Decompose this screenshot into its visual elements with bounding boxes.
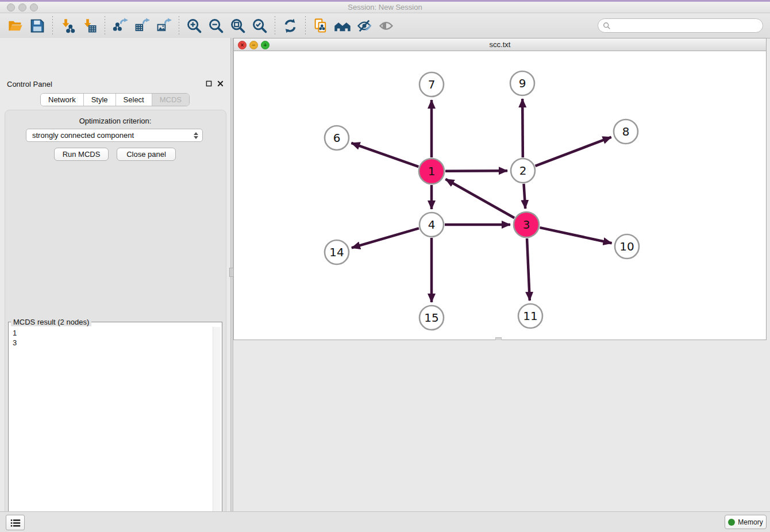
edge-4-14[interactable] bbox=[352, 228, 419, 248]
memory-label: Memory bbox=[738, 518, 763, 526]
export-network-icon[interactable] bbox=[110, 16, 130, 36]
zoom-out-icon[interactable] bbox=[206, 16, 226, 36]
mcds-result-groupbox: MCDS result (2 nodes) 13 bbox=[8, 322, 222, 532]
home-icon[interactable] bbox=[333, 16, 352, 36]
graph-node-3[interactable]: 3 bbox=[514, 212, 539, 237]
graph-node-2[interactable]: 2 bbox=[511, 159, 535, 183]
memory-status-icon bbox=[728, 519, 735, 526]
show-details-icon[interactable] bbox=[376, 16, 396, 36]
edge-1-6[interactable] bbox=[351, 143, 418, 167]
toolbar-separator bbox=[105, 16, 105, 36]
run-mcds-button[interactable]: Run MCDS bbox=[54, 148, 109, 161]
optimization-criterion-label: Optimization criterion: bbox=[0, 117, 230, 125]
tab-mcds[interactable]: MCDS bbox=[152, 94, 189, 106]
dropdown-stepper-icon bbox=[194, 132, 198, 139]
zoom-selected-icon[interactable] bbox=[250, 16, 270, 36]
network-window-title: scc.txt bbox=[234, 38, 766, 51]
control-panel-window-buttons bbox=[206, 80, 224, 87]
node-label: 15 bbox=[424, 311, 438, 325]
memory-button[interactable]: Memory bbox=[725, 515, 767, 529]
title-bar: Session: New Session bbox=[0, 2, 770, 13]
mcds-result-list[interactable]: 13 bbox=[10, 327, 213, 532]
node-label: 8 bbox=[622, 125, 630, 138]
open-file-icon[interactable] bbox=[6, 16, 25, 36]
window-close-button[interactable] bbox=[7, 3, 15, 11]
mcds-result-line: 3 bbox=[13, 338, 210, 348]
node-label: 11 bbox=[523, 309, 537, 323]
network-canvas[interactable]: 7968124314101511 bbox=[234, 51, 766, 340]
tab-network[interactable]: Network bbox=[41, 94, 84, 106]
node-label: 3 bbox=[523, 218, 530, 232]
status-bar bbox=[0, 511, 770, 532]
toolbar-separator bbox=[275, 16, 275, 36]
save-session-icon[interactable] bbox=[28, 16, 47, 36]
node-label: 2 bbox=[519, 164, 527, 178]
control-panel-tabs: NetworkStyleSelectMCDS bbox=[40, 93, 190, 106]
import-network-icon[interactable] bbox=[58, 16, 78, 36]
graph-node-10[interactable]: 10 bbox=[615, 234, 639, 259]
zoom-fit-icon[interactable] bbox=[228, 16, 248, 36]
close-panel-button[interactable]: Close panel bbox=[117, 148, 176, 161]
edge-3-11[interactable] bbox=[527, 238, 530, 300]
window-title: Session: New Session bbox=[0, 2, 770, 13]
mcds-result-title: MCDS result (2 nodes) bbox=[11, 318, 91, 326]
refresh-icon[interactable] bbox=[280, 16, 300, 36]
task-history-button[interactable] bbox=[6, 515, 25, 530]
node-label: 4 bbox=[428, 218, 436, 232]
float-panel-icon[interactable] bbox=[206, 80, 212, 87]
table-panel: Table Panel f(x) shared nameMCDS rolesuc… bbox=[233, 340, 767, 509]
toolbar-separator bbox=[179, 16, 179, 36]
criterion-dropdown[interactable]: strongly connected component bbox=[26, 129, 203, 142]
clone-network-icon[interactable] bbox=[311, 16, 330, 36]
node-label: 7 bbox=[428, 78, 436, 91]
window-zoom-button[interactable] bbox=[30, 3, 38, 11]
zoom-in-icon[interactable] bbox=[184, 16, 204, 36]
search-field[interactable] bbox=[598, 18, 763, 33]
list-icon bbox=[10, 518, 21, 527]
network-close-button[interactable]: × bbox=[238, 41, 247, 49]
import-table-icon[interactable] bbox=[80, 16, 99, 36]
tab-select[interactable]: Select bbox=[116, 94, 152, 106]
main-toolbar bbox=[0, 13, 770, 38]
control-panel-title: Control Panel bbox=[7, 80, 52, 88]
graph-node-7[interactable]: 7 bbox=[419, 72, 444, 97]
export-table-icon[interactable] bbox=[132, 16, 152, 36]
node-label: 1 bbox=[428, 164, 436, 178]
toolbar-separator bbox=[52, 16, 53, 36]
network-graph: 7968124314101511 bbox=[234, 51, 766, 340]
network-view-window: × − + scc.txt 7968124314101511 bbox=[233, 38, 767, 340]
network-maximize-button[interactable]: + bbox=[261, 41, 270, 49]
network-minimize-button[interactable]: − bbox=[249, 41, 258, 49]
edge-2-8[interactable] bbox=[536, 137, 611, 166]
control-panel: Control Panel NetworkStyleSelectMCDS Opt… bbox=[0, 38, 230, 511]
hide-details-icon[interactable] bbox=[355, 16, 374, 36]
edge-3-10[interactable] bbox=[540, 228, 611, 243]
export-image-icon[interactable] bbox=[154, 16, 174, 36]
edge-1-2[interactable] bbox=[445, 171, 507, 171]
node-label: 14 bbox=[329, 245, 344, 259]
graph-node-1[interactable]: 1 bbox=[419, 159, 444, 184]
search-input[interactable] bbox=[611, 21, 758, 30]
graph-node-6[interactable]: 6 bbox=[325, 126, 349, 150]
criterion-value: strongly connected component bbox=[32, 131, 134, 140]
network-window-titlebar[interactable]: × − + scc.txt bbox=[234, 38, 766, 51]
result-scrollbar[interactable] bbox=[213, 327, 221, 532]
close-panel-icon[interactable] bbox=[217, 80, 224, 87]
graph-node-8[interactable]: 8 bbox=[614, 119, 638, 144]
graph-node-14[interactable]: 14 bbox=[325, 240, 349, 264]
graph-node-4[interactable]: 4 bbox=[419, 213, 444, 237]
graph-node-11[interactable]: 11 bbox=[518, 304, 542, 328]
mcds-result-line: 1 bbox=[13, 328, 210, 338]
search-icon bbox=[603, 22, 611, 30]
tab-style[interactable]: Style bbox=[84, 94, 116, 106]
graph-node-15[interactable]: 15 bbox=[419, 306, 444, 330]
toolbar-separator bbox=[305, 16, 306, 36]
node-label: 10 bbox=[619, 240, 634, 253]
edge-3-1[interactable] bbox=[445, 179, 514, 218]
node-label: 9 bbox=[519, 76, 526, 90]
window-minimize-button[interactable] bbox=[18, 3, 26, 11]
edge-2-3[interactable] bbox=[523, 184, 525, 209]
graph-node-9[interactable]: 9 bbox=[510, 71, 534, 95]
edge-2-9[interactable] bbox=[522, 99, 523, 157]
node-label: 6 bbox=[333, 131, 341, 145]
